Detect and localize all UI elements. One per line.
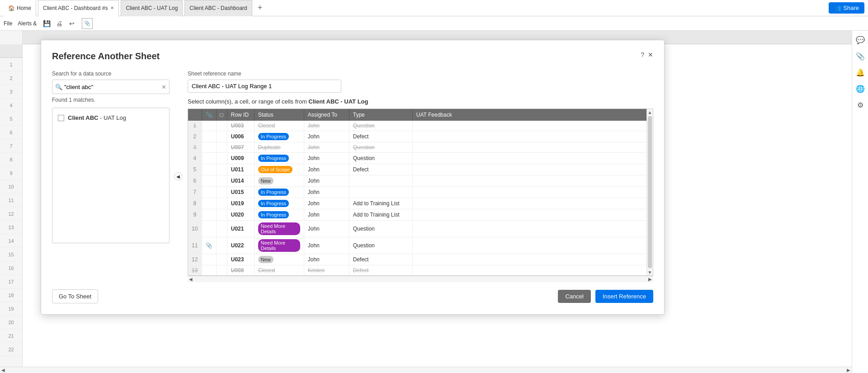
table-row[interactable]: 1 U003 Closed John Question: [188, 121, 653, 131]
row-id-cell: U006: [227, 131, 254, 142]
bottom-scroll-right[interactable]: ▶: [845, 367, 852, 373]
sidebar-settings-icon[interactable]: ⚙: [855, 99, 866, 110]
row-num-cell: 2: [188, 131, 202, 142]
assigned-cell: John: [304, 237, 349, 254]
message-cell: [216, 221, 227, 237]
home-tab[interactable]: 🏠 Home: [4, 0, 36, 16]
vertical-scrollbar[interactable]: ▲ ▼: [646, 109, 653, 275]
row-num-cell: 9: [188, 209, 202, 221]
collapse-arrow[interactable]: ◀: [174, 172, 182, 180]
row-number: 12: [0, 207, 22, 221]
row-number: 19: [0, 302, 22, 316]
feedback-cell: [412, 265, 652, 276]
status-cell: In Progress: [254, 209, 304, 221]
row-id-cell: U007: [227, 142, 254, 153]
table-row[interactable]: 11 📎 U022 Need More Details John Questio…: [188, 237, 653, 254]
dialog-help-button[interactable]: ?: [641, 51, 644, 58]
bottom-scroll-left[interactable]: ◀: [0, 367, 6, 373]
table-row[interactable]: 13 U008 Closed Kristen Defect: [188, 265, 653, 276]
reference-sheet-dialog: Reference Another Sheet ? ✕ Search for a…: [41, 40, 665, 315]
row-num-cell: 11: [188, 237, 202, 254]
message-cell: [216, 175, 227, 187]
table-row[interactable]: 3 U007 Duplicate John Question: [188, 142, 653, 153]
sidebar-notification-icon[interactable]: 🔔: [855, 67, 866, 78]
sidebar-comment-icon[interactable]: 💬: [855, 34, 866, 45]
menu-bar: File Alerts & 💾 🖨 ↩ 📎: [0, 16, 868, 31]
table-row[interactable]: 10 U021 Need More Details John Question: [188, 221, 653, 237]
search-section: Search for a data source 🔍 ✕ Found 1 mat…: [52, 71, 170, 282]
table-row[interactable]: 12 U023 New John Defect: [188, 254, 653, 265]
dialog-close-button[interactable]: ✕: [648, 51, 653, 58]
tab-dashboard[interactable]: Client ABC - Dashboard: [184, 0, 252, 16]
sheet-table-wrapper: 📎 □ Row ID Status Assigned To Type UAT F…: [188, 109, 653, 276]
result-item-uat-log[interactable]: Client ABC - UAT Log: [56, 112, 165, 124]
type-cell: Defect: [349, 131, 412, 142]
assigned-cell: Kristen: [304, 265, 349, 276]
assigned-cell: John: [304, 142, 349, 153]
message-cell: [216, 121, 227, 131]
table-row[interactable]: 6 U014 New John: [188, 175, 653, 187]
cancel-button[interactable]: Cancel: [558, 290, 590, 303]
add-tab-button[interactable]: +: [254, 3, 266, 13]
insert-reference-button[interactable]: Insert Reference: [595, 290, 653, 303]
scroll-left-arrow[interactable]: ◀: [188, 276, 194, 283]
type-cell: [349, 175, 412, 187]
table-row[interactable]: 8 U019 In Progress John Add to Training …: [188, 198, 653, 209]
table-row[interactable]: 9 U020 In Progress John Add to Training …: [188, 209, 653, 221]
message-cell: [216, 237, 227, 254]
tab-dashboard-s-close[interactable]: ✕: [110, 5, 114, 10]
attachment-cell: [202, 153, 216, 164]
dialog-title: Reference Another Sheet: [52, 51, 160, 61]
scroll-right-arrow[interactable]: ▶: [647, 276, 653, 283]
share-icon: 👥: [834, 5, 841, 11]
feedback-cell: [412, 142, 652, 153]
sidebar-globe-icon[interactable]: 🌐: [855, 83, 866, 94]
attachment-cell: [202, 254, 216, 265]
attachment-toolbar-icon[interactable]: 📎: [82, 18, 93, 29]
search-clear-icon[interactable]: ✕: [161, 84, 166, 90]
table-row[interactable]: 2 U006 In Progress John Defect: [188, 131, 653, 142]
undo-icon[interactable]: ↩: [67, 19, 76, 28]
go-to-sheet-button[interactable]: Go To Sheet: [52, 289, 98, 303]
tabs-bar: 🏠 Home Client ABC - Dashboard #s ✕ Clien…: [0, 0, 868, 16]
th-status[interactable]: Status: [254, 109, 304, 121]
home-tab-label: Home: [17, 5, 31, 11]
right-sidebar: 💬 📎 🔔 🌐 ⚙: [852, 31, 868, 373]
row-number: 15: [0, 248, 22, 261]
feedback-cell: [412, 121, 652, 131]
row-number: 4: [0, 99, 22, 112]
table-row[interactable]: 7 U015 In Progress John: [188, 187, 653, 198]
message-cell: [216, 164, 227, 175]
row-number: 7: [0, 139, 22, 153]
feedback-cell: [412, 221, 652, 237]
dialog-header: Reference Another Sheet ? ✕: [52, 51, 653, 61]
menu-alerts[interactable]: Alerts &: [18, 20, 37, 27]
th-uat-feedback[interactable]: UAT Feedback: [412, 109, 652, 121]
row-id-cell: U008: [227, 265, 254, 276]
th-row-id[interactable]: Row ID: [227, 109, 254, 121]
search-input[interactable]: [64, 84, 161, 90]
row-id-cell: U023: [227, 254, 254, 265]
tab-dashboard-s[interactable]: Client ABC - Dashboard #s ✕: [38, 0, 119, 16]
row-number: 8: [0, 153, 22, 166]
search-magnifier-icon: 🔍: [55, 84, 62, 90]
tab-uat-log-label: Client ABC - UAT Log: [126, 5, 178, 11]
table-row[interactable]: 5 U011 Out of Scope John Defect: [188, 164, 653, 175]
print-icon[interactable]: 🖨: [55, 19, 64, 28]
scroll-down-arrow[interactable]: ▼: [647, 269, 653, 275]
row-num-cell: 12: [188, 254, 202, 265]
scroll-up-arrow[interactable]: ▲: [647, 109, 653, 115]
share-button[interactable]: 👥 Go To Sheet Share: [829, 2, 864, 14]
table-row[interactable]: 4 U009 In Progress John Question: [188, 153, 653, 164]
status-cell: Duplicate: [254, 142, 304, 153]
ref-name-input[interactable]: [188, 80, 341, 93]
bottom-scrollbar[interactable]: ◀ ▶: [0, 367, 852, 373]
scroll-thumb[interactable]: [648, 116, 652, 268]
tab-uat-log[interactable]: Client ABC - UAT Log: [121, 0, 183, 16]
save-icon[interactable]: 💾: [42, 19, 51, 28]
menu-file[interactable]: File: [4, 20, 12, 27]
th-assigned-to[interactable]: Assigned To: [304, 109, 349, 121]
sidebar-attachment-icon[interactable]: 📎: [855, 51, 866, 61]
th-type[interactable]: Type: [349, 109, 412, 121]
horizontal-scrollbar[interactable]: ◀ ▶: [188, 276, 653, 282]
